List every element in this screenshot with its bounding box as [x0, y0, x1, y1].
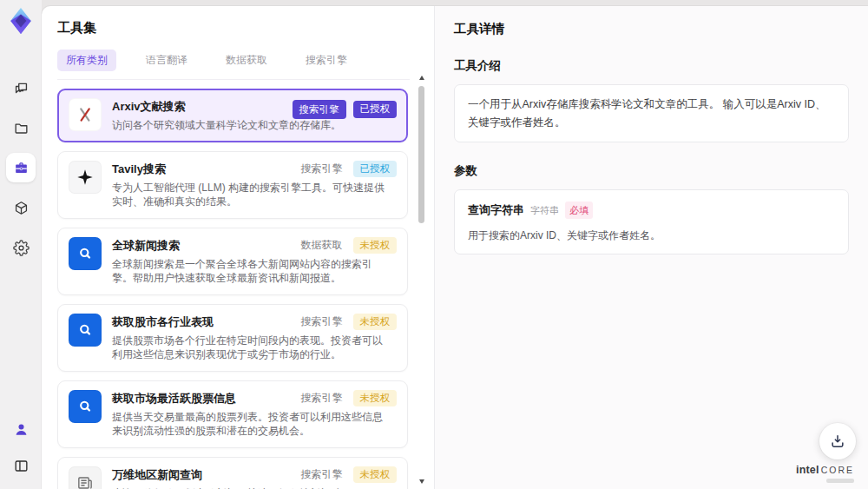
tab-language-translation[interactable]: 语言翻译 [137, 50, 196, 71]
tool-card-most-active-stocks[interactable]: 获取市场最活跃股票信息 提供当天交易量最高的股票列表。投资者可以利用这些信息来识… [57, 380, 408, 448]
param-type: 字符串 [530, 202, 559, 218]
category-tag: 数据获取 [301, 238, 343, 253]
tab-search-engine[interactable]: 搜索引擎 [297, 50, 356, 71]
auth-status-badge: 未授权 [353, 390, 398, 407]
folder-icon [13, 120, 30, 136]
main-area: 工具集 所有类别语言翻译数据获取搜索引擎 Arxiv文献搜索 访问各个研究领域大… [42, 0, 868, 489]
sidebar-item-profile[interactable] [6, 414, 36, 444]
tool-card-global-news-search[interactable]: 全球新闻搜索 全球新闻搜索是一个聚合全球各大新闻网站内容的搜索引擎。帮助用户快速… [57, 228, 408, 295]
download-button[interactable] [819, 423, 856, 459]
sidebar-item-collapse[interactable] [6, 451, 36, 480]
tool-description: 提供股票市场各个行业在特定时间段内的表现。投资者可以利用这些信息来识别表现优于或… [112, 334, 397, 362]
sidebar-item-packages[interactable] [6, 193, 36, 222]
tool-tags: 搜索引擎 未授权 [301, 314, 398, 331]
category-tag: 搜索引擎 [301, 391, 343, 406]
param-description: 用于搜索的Arxiv ID、关键字或作者姓名。 [468, 228, 835, 243]
toolbox-icon [13, 160, 30, 176]
sidebar-item-chat[interactable] [6, 73, 36, 102]
sidebar-nav [6, 73, 36, 262]
tool-card-stock-sector-performance[interactable]: 获取股市各行业表现 提供股票市场各个行业在特定时间段内的表现。投资者可以利用这些… [57, 304, 408, 372]
app-logo-icon [8, 7, 34, 35]
intro-box: 一个用于从Arxiv存储库搜索科学论文和文章的工具。 输入可以是Arxiv ID… [454, 84, 849, 142]
tool-card-regional-news-query[interactable]: 万维地区新闻查询 查询具体行政区划内的新闻，快速了解各地新闻动 搜索引擎 未授权 [57, 457, 408, 489]
tool-card-arxiv-search[interactable]: Arxiv文献搜索 访问各个研究领域大量科学论文和文章的存储库。 搜索引擎 已授… [57, 89, 408, 142]
param-name: 查询字符串 [468, 201, 524, 219]
detail-title: 工具详情 [454, 21, 849, 37]
tool-description: 访问各个研究领域大量科学论文和文章的存储库。 [112, 118, 397, 133]
param-required-badge: 必填 [565, 202, 593, 219]
auth-status-badge: 未授权 [353, 314, 398, 331]
tool-description: 专为人工智能代理 (LLM) 构建的搜索引擎工具。可快速提供实时、准确和真实的结… [112, 181, 397, 209]
blue-search-icon [69, 237, 102, 270]
tool-card-tavily-search[interactable]: Tavily搜索 专为人工智能代理 (LLM) 构建的搜索引擎工具。可快速提供实… [57, 151, 408, 219]
sidebar [0, 0, 42, 489]
tool-tags: 数据获取 未授权 [301, 237, 398, 254]
blue-search-icon [69, 314, 102, 347]
tool-tags: 搜索引擎 已授权 [293, 100, 398, 119]
auth-status-badge: 已授权 [353, 101, 398, 119]
intro-text: 一个用于从Arxiv存储库搜索科学论文和文章的工具。 输入可以是Arxiv ID… [468, 98, 826, 129]
cube-icon [13, 200, 30, 216]
brand-series: CORE [821, 465, 854, 475]
sidebar-item-settings[interactable] [6, 233, 36, 262]
category-tag: 搜索引擎 [301, 314, 343, 329]
tool-description: 全球新闻搜索是一个聚合全球各大新闻网站内容的搜索引擎。帮助用户快速获取全球最新资… [112, 257, 397, 286]
scroll-up-arrow-icon[interactable] [419, 76, 424, 80]
intro-section-title: 工具介绍 [454, 58, 849, 74]
newspaper-icon [69, 466, 102, 489]
download-icon [829, 433, 846, 450]
scrollbar-thumb[interactable] [418, 86, 424, 223]
category-tabs: 所有类别语言翻译数据获取搜索引擎 [57, 50, 410, 80]
tool-description: 查询具体行政区划内的新闻，快速了解各地新闻动 [112, 486, 397, 489]
app-window: 工具集 所有类别语言翻译数据获取搜索引擎 Arxiv文献搜索 访问各个研究领域大… [0, 0, 868, 489]
tavily-star-icon [69, 161, 102, 194]
category-tag: 搜索引擎 [301, 162, 343, 176]
chat-icon [13, 80, 30, 96]
params-section-title: 参数 [454, 163, 849, 179]
auth-status-badge: 未授权 [353, 466, 398, 484]
category-tag: 搜索引擎 [301, 467, 343, 482]
tool-tags: 搜索引擎 未授权 [301, 390, 398, 407]
sidebar-item-files[interactable] [6, 113, 36, 142]
param-header: 查询字符串 字符串 必填 [468, 201, 835, 219]
arxiv-icon [69, 98, 102, 131]
sidebar-item-toolbox[interactable] [6, 153, 36, 182]
sidebar-bottom [6, 414, 36, 480]
brand-subtext-bar [826, 479, 854, 483]
tab-data-fetch[interactable]: 数据获取 [217, 50, 276, 71]
param-box: 查询字符串 字符串 必填 用于搜索的Arxiv ID、关键字或作者姓名。 [454, 189, 849, 254]
tool-list: Arxiv文献搜索 访问各个研究领域大量科学论文和文章的存储库。 搜索引擎 已授… [57, 89, 434, 489]
blue-search-icon [69, 390, 102, 423]
tool-list-panel: 工具集 所有类别语言翻译数据获取搜索引擎 Arxiv文献搜索 访问各个研究领域大… [42, 6, 434, 489]
gear-icon [13, 240, 30, 256]
scroll-down-arrow-icon[interactable] [419, 479, 424, 484]
page-title: 工具集 [57, 20, 434, 36]
brand-name: intel [796, 464, 819, 476]
intel-core-logo: intelCORE [796, 464, 854, 483]
tool-tags: 搜索引擎 已授权 [301, 161, 398, 178]
tool-tags: 搜索引擎 未授权 [301, 466, 398, 484]
tool-description: 提供当天交易量最高的股票列表。投资者可以利用这些信息来识别流动性强的股票和潜在的… [112, 410, 397, 439]
tool-detail-panel: 工具详情 工具介绍 一个用于从Arxiv存储库搜索科学论文和文章的工具。 输入可… [434, 6, 868, 489]
panel-icon [13, 458, 30, 474]
auth-status-badge: 未授权 [353, 237, 398, 254]
content: 工具集 所有类别语言翻译数据获取搜索引擎 Arxiv文献搜索 访问各个研究领域大… [42, 6, 868, 489]
user-icon [13, 421, 30, 438]
tab-all-categories[interactable]: 所有类别 [57, 50, 116, 71]
category-tag: 搜索引擎 [293, 100, 346, 119]
list-scrollbar[interactable] [418, 76, 427, 484]
auth-status-badge: 已授权 [353, 161, 398, 178]
window-top-strip [42, 0, 868, 6]
